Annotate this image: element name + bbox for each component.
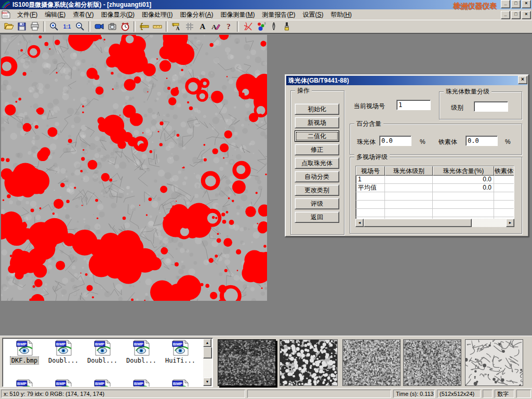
table-header-2[interactable]: 珠光体含量(%) [433, 166, 494, 176]
op-button-3[interactable]: 修正 [295, 144, 339, 155]
toolbar-grid-button[interactable] [183, 21, 196, 32]
file-scrollbar-thumb[interactable] [203, 347, 212, 358]
scrollbar-thumb[interactable] [364, 219, 472, 227]
minimize-button[interactable]: _ [501, 0, 510, 8]
bmp-file-icon: BMP [94, 379, 111, 387]
current-field-input[interactable] [396, 100, 431, 110]
toolbar-save-button[interactable] [15, 21, 28, 32]
menu-item-2[interactable]: 查看(V) [69, 9, 97, 20]
table-header-0[interactable]: 视场号 [356, 166, 385, 176]
menu-item-7[interactable]: 测量报告(P) [258, 9, 299, 20]
file-item-partial-0[interactable]: BMP [6, 379, 43, 387]
grade-input[interactable] [474, 101, 508, 112]
scroll-down-arrow-icon[interactable]: ▼ [203, 378, 211, 386]
thumbnail-1[interactable] [218, 339, 276, 386]
child-restore-button[interactable]: □ [511, 11, 521, 19]
menu-item-4[interactable]: 图像处理(I) [138, 9, 176, 20]
toolbar-annotate-button[interactable]: A [209, 21, 222, 32]
file-item-Doubl...[interactable]: BMPDoubl... [45, 340, 82, 364]
toolbar: 1:1AAA?3 [0, 20, 532, 33]
table-row-4[interactable] [356, 209, 514, 217]
table-hscrollbar[interactable]: ◄ ► [355, 219, 514, 227]
table-row-3[interactable] [356, 201, 514, 209]
menu-bar: DOC 文件(F)编辑(E)查看(V)图像显示(D)图像处理(I)图像分析(A)… [0, 9, 532, 20]
op-button-7[interactable]: 评级 [295, 198, 339, 209]
thumbnail-2[interactable] [280, 339, 338, 386]
toolbar-text-button[interactable]: A [196, 21, 209, 32]
toolbar-ruler-button[interactable] [151, 21, 164, 32]
op-button-6[interactable]: 更改类别 [295, 184, 339, 196]
phase-balls-icon: 3 [256, 21, 266, 32]
binarized-metallograph-image[interactable] [1, 35, 267, 301]
document-icon[interactable]: DOC [2, 10, 10, 19]
scroll-right-arrow-icon[interactable]: ► [506, 219, 514, 227]
table-header-3[interactable]: 铁素体含量(%) [494, 166, 514, 176]
menu-item-0[interactable]: 文件(F) [14, 9, 41, 20]
scrollbar-track[interactable] [364, 219, 506, 227]
scroll-left-arrow-icon[interactable]: ◄ [355, 219, 364, 227]
thumbnail-4[interactable] [403, 339, 461, 386]
toolbar-curve-tool-button[interactable] [241, 21, 254, 32]
toolbar-open-button[interactable] [2, 21, 15, 32]
child-close-button[interactable]: × [522, 11, 531, 19]
toolbar-brush-button[interactable] [280, 21, 293, 32]
toolbar-phase-balls-button[interactable]: 3 [254, 21, 267, 32]
file-item-partial-1[interactable]: BMP [45, 379, 82, 387]
file-list-scrollbar[interactable]: ▲ ▼ [203, 339, 212, 386]
file-item-HuiTi...[interactable]: BMPHuiTi... [162, 340, 199, 364]
toolbar-video-camera-button[interactable] [92, 21, 105, 32]
close-button[interactable]: × [522, 0, 531, 8]
pearlite-percent-input[interactable] [379, 136, 411, 146]
op-button-0[interactable]: 初始化 [295, 103, 339, 115]
file-label: HuiTi... [164, 357, 196, 364]
table-cell [385, 176, 433, 183]
toolbar-print-button[interactable] [28, 21, 41, 32]
save-icon [17, 21, 27, 32]
dialog-title-bar[interactable]: 珠光体(GB/T9441-88) [286, 76, 527, 85]
child-minimize-button[interactable]: _ [501, 11, 510, 19]
op-button-8[interactable]: 返回 [295, 211, 339, 223]
toolbar-actual-size-button[interactable]: 1:1 [60, 21, 73, 32]
toolbar-zoom-out-button[interactable] [73, 21, 86, 32]
table-row-2[interactable] [356, 192, 514, 201]
menu-item-8[interactable]: 设置(S) [299, 9, 327, 20]
thumbnail-5[interactable] [465, 339, 523, 386]
table-row-0[interactable]: 10.0 [356, 176, 514, 184]
scroll-up-arrow-icon[interactable]: ▲ [203, 339, 211, 347]
toolbar-zoom-in-button[interactable] [47, 21, 60, 32]
toolbar-snapshot-button[interactable] [105, 21, 118, 32]
op-button-5[interactable]: 自动分类 [295, 171, 339, 182]
toolbar-measure-label-button[interactable]: A [170, 21, 183, 32]
toolbar-timer-button[interactable] [118, 21, 131, 32]
file-item-Doubl...[interactable]: BMPDoubl... [123, 340, 160, 364]
svg-text:1:1: 1:1 [63, 24, 71, 30]
table-row-1[interactable]: 平均值0.0 [356, 184, 514, 192]
menu-item-6[interactable]: 图像测量(M) [217, 9, 258, 20]
toolbar-pen-button[interactable] [267, 21, 280, 32]
menu-item-1[interactable]: 编辑(E) [41, 9, 69, 20]
op-button-2[interactable]: 二值化 [295, 130, 339, 142]
op-button-1[interactable]: 新视场 [295, 117, 339, 128]
op-button-4[interactable]: 点取珠光体 [295, 157, 339, 169]
file-item-partial-3[interactable]: BMP [123, 379, 160, 387]
file-item-partial-4[interactable]: BMP [162, 379, 199, 387]
file-item-partial-2[interactable]: BMP [84, 379, 121, 387]
status-empty-2 [483, 390, 493, 398]
file-list[interactable]: ▲ ▼ BMPDKF.bmpBMPDoubl...BMPDoubl...BMPD… [2, 338, 213, 387]
menu-item-3[interactable]: 图像显示(D) [97, 9, 138, 20]
title-bar: IS100显微摄像系统(金相分析版) - [zhuguangti01] [0, 0, 532, 9]
menu-item-9[interactable]: 帮助(H) [327, 9, 355, 20]
ferrite-percent-input[interactable] [466, 136, 498, 146]
file-item-DKF.bmp[interactable]: BMPDKF.bmp [6, 340, 43, 364]
toolbar-caliper-button[interactable] [138, 21, 151, 32]
table-header-1[interactable]: 珠光体级别 [385, 166, 433, 176]
menu-item-5[interactable]: 图像分析(A) [176, 9, 217, 20]
timer-icon [120, 21, 130, 32]
pearlite-unit: % [420, 138, 425, 145]
dialog-close-button[interactable]: × [518, 76, 527, 84]
toolbar-help-button[interactable]: ? [222, 21, 235, 32]
maximize-button[interactable]: □ [511, 0, 521, 8]
table-cell: 1 [356, 176, 385, 183]
thumbnail-3[interactable] [342, 339, 401, 386]
file-item-Doubl...[interactable]: BMPDoubl... [84, 340, 121, 364]
